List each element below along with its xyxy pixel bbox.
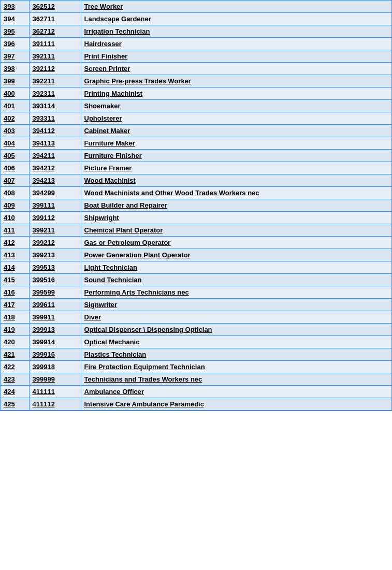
row-title[interactable]: Graphic Pre-press Trades Worker: [81, 75, 391, 87]
table-row: 401 393114 Shoemaker: [1, 100, 391, 112]
row-number: 395: [1, 25, 29, 38]
row-code: 394112: [29, 125, 81, 137]
row-title[interactable]: Tree Worker: [81, 1, 391, 13]
row-title[interactable]: Wood Machinists and Other Wood Trades Wo…: [81, 187, 391, 199]
row-number: 401: [1, 100, 29, 112]
table-row: 421 399916 Plastics Technician: [1, 348, 391, 361]
row-title[interactable]: Fire Protection Equipment Technician: [81, 361, 391, 373]
row-title[interactable]: Optical Dispenser \ Dispensing Optician: [81, 324, 391, 336]
table-row: 396 391111 Hairdresser: [1, 38, 391, 50]
row-code: 399911: [29, 311, 81, 324]
row-number: 415: [1, 274, 29, 286]
row-title[interactable]: Upholsterer: [81, 112, 391, 125]
row-number: 418: [1, 311, 29, 324]
table-row: 413 399213 Power Generation Plant Operat…: [1, 249, 391, 261]
row-code: 393114: [29, 100, 81, 112]
table-row: 395 362712 Irrigation Technician: [1, 25, 391, 38]
row-number: 399: [1, 75, 29, 87]
table-row: 406 394212 Picture Framer: [1, 162, 391, 174]
table-row: 400 392311 Printing Machinist: [1, 87, 391, 100]
table-row: 410 399112 Shipwright: [1, 212, 391, 224]
row-title[interactable]: Printing Machinist: [81, 87, 391, 100]
table-row: 423 399999 Technicians and Trades Worker…: [1, 373, 391, 386]
row-title[interactable]: Irrigation Technician: [81, 25, 391, 38]
row-number: 402: [1, 112, 29, 125]
row-title[interactable]: Chemical Plant Operator: [81, 224, 391, 237]
table-row: 417 399611 Signwriter: [1, 299, 391, 311]
row-number: 425: [1, 398, 29, 411]
table-row: 414 399513 Light Technician: [1, 261, 391, 274]
row-code: 399999: [29, 373, 81, 386]
row-number: 400: [1, 87, 29, 100]
row-number: 419: [1, 324, 29, 336]
row-number: 416: [1, 286, 29, 299]
row-title[interactable]: Technicians and Trades Workers nec: [81, 373, 391, 386]
row-code: 399611: [29, 299, 81, 311]
table-row: 425 411112 Intensive Care Ambulance Para…: [1, 398, 391, 411]
row-title[interactable]: Print Finisher: [81, 50, 391, 63]
row-number: 396: [1, 38, 29, 50]
row-title[interactable]: Signwriter: [81, 299, 391, 311]
row-title[interactable]: Wood Machinist: [81, 174, 391, 187]
table-row: 422 399918 Fire Protection Equipment Tec…: [1, 361, 391, 373]
table-row: 405 394211 Furniture Finisher: [1, 150, 391, 162]
row-number: 420: [1, 336, 29, 348]
row-title[interactable]: Picture Framer: [81, 162, 391, 174]
row-number: 412: [1, 237, 29, 249]
row-code: 399112: [29, 212, 81, 224]
row-code: 392311: [29, 87, 81, 100]
row-title[interactable]: Diver: [81, 311, 391, 324]
row-code: 392211: [29, 75, 81, 87]
row-title[interactable]: Plastics Technician: [81, 348, 391, 361]
row-number: 404: [1, 137, 29, 150]
row-number: 408: [1, 187, 29, 199]
row-code: 399916: [29, 348, 81, 361]
row-number: 422: [1, 361, 29, 373]
row-number: 421: [1, 348, 29, 361]
row-code: 399111: [29, 199, 81, 212]
row-code: 399599: [29, 286, 81, 299]
row-title[interactable]: Screen Printer: [81, 63, 391, 75]
row-title[interactable]: Optical Mechanic: [81, 336, 391, 348]
row-title[interactable]: Shipwright: [81, 212, 391, 224]
row-title[interactable]: Shoemaker: [81, 100, 391, 112]
row-title[interactable]: Landscape Gardener: [81, 13, 391, 25]
row-title[interactable]: Sound Technician: [81, 274, 391, 286]
row-number: 393: [1, 1, 29, 13]
row-title[interactable]: Light Technician: [81, 261, 391, 274]
table-row: 399 392211 Graphic Pre-press Trades Work…: [1, 75, 391, 87]
table-row: 402 393311 Upholsterer: [1, 112, 391, 125]
row-title[interactable]: Furniture Finisher: [81, 150, 391, 162]
row-number: 424: [1, 386, 29, 398]
row-number: 411: [1, 224, 29, 237]
row-title[interactable]: Gas or Petroleum Operator: [81, 237, 391, 249]
row-number: 423: [1, 373, 29, 386]
row-code: 399516: [29, 274, 81, 286]
row-title[interactable]: Intensive Care Ambulance Paramedic: [81, 398, 391, 411]
row-title[interactable]: Boat Builder and Repairer: [81, 199, 391, 212]
row-title[interactable]: Cabinet Maker: [81, 125, 391, 137]
row-code: 399918: [29, 361, 81, 373]
row-code: 394299: [29, 187, 81, 199]
row-code: 393311: [29, 112, 81, 125]
row-code: 399211: [29, 224, 81, 237]
row-code: 391111: [29, 38, 81, 50]
table-row: 415 399516 Sound Technician: [1, 274, 391, 286]
table-row: 424 411111 Ambulance Officer: [1, 386, 391, 398]
row-number: 398: [1, 63, 29, 75]
table-row: 403 394112 Cabinet Maker: [1, 125, 391, 137]
table-row: 408 394299 Wood Machinists and Other Woo…: [1, 187, 391, 199]
row-code: 362712: [29, 25, 81, 38]
table-row: 419 399913 Optical Dispenser \ Dispensin…: [1, 324, 391, 336]
row-title[interactable]: Hairdresser: [81, 38, 391, 50]
row-title[interactable]: Power Generation Plant Operator: [81, 249, 391, 261]
table-row: 418 399911 Diver: [1, 311, 391, 324]
row-code: 399913: [29, 324, 81, 336]
row-code: 392111: [29, 50, 81, 63]
row-code: 399914: [29, 336, 81, 348]
row-title[interactable]: Furniture Maker: [81, 137, 391, 150]
row-title[interactable]: Performing Arts Technicians nec: [81, 286, 391, 299]
row-number: 394: [1, 13, 29, 25]
row-code: 394212: [29, 162, 81, 174]
row-title[interactable]: Ambulance Officer: [81, 386, 391, 398]
